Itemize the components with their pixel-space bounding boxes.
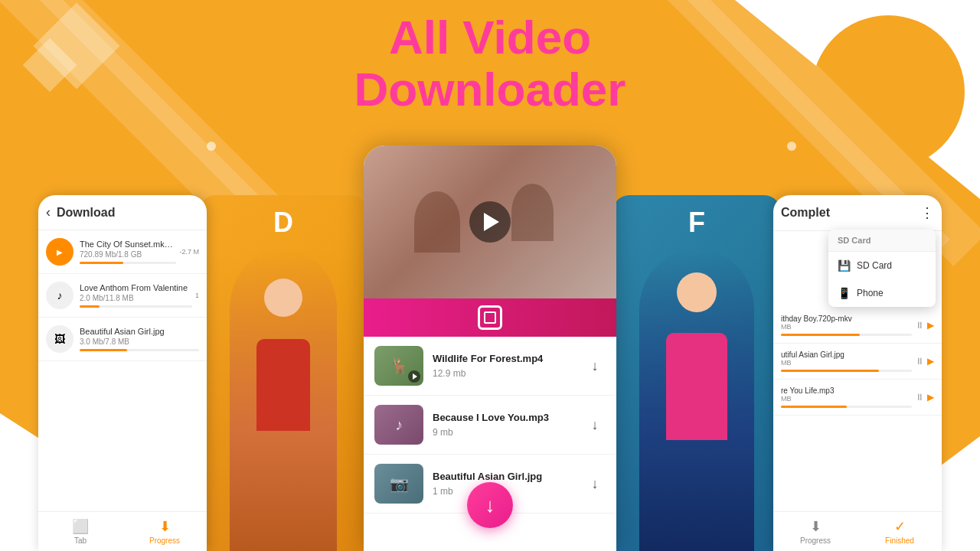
play-btn-1[interactable]: ▶ [927, 320, 934, 331]
right-finished-label: Finished [885, 536, 914, 545]
right-item-1-info: ithday Boy.720p-mkv MB [781, 315, 912, 336]
letter-d: D [273, 207, 293, 239]
completed-title: Complet [781, 206, 920, 220]
right-item-2-name: utiful Asian Girl.jpg [781, 350, 912, 359]
item-1-speed: -2.7 M [179, 248, 199, 256]
letter-f: F [688, 207, 705, 239]
phone-label: Phone [857, 288, 884, 298]
right-item-1-controls: ⏸ ▶ [915, 320, 934, 331]
center-item-3-name: Beautiful Asian Girl.jpg [433, 471, 584, 484]
right-item-2-info: utiful Asian Girl.jpg MB [781, 350, 912, 372]
nav-tab[interactable]: ⬜ Tab [38, 512, 122, 551]
item-3-size: 3.0 Mb/7.8 MB [80, 337, 199, 346]
progress-icon: ⬇ [159, 518, 171, 535]
item-3-progress-fill [80, 349, 127, 351]
panel-letter-d: D [199, 195, 368, 551]
right-item-1-size: MB [781, 323, 912, 331]
finished-icon: ✓ [894, 518, 906, 535]
download-item-1[interactable]: ▶ The City Of Sunset.mkv-1080p 720.89 Mb… [38, 230, 207, 274]
item-1-info: The City Of Sunset.mkv-1080p 720.89 Mb/1… [80, 240, 176, 264]
sd-card-icon: 💾 [838, 259, 851, 272]
item-2-size: 2.0 Mb/11.8 MB [80, 294, 192, 302]
phone-right-completed: Complet ⋮ SD Card 💾 SD Card 📱 Phone ithd… [773, 195, 942, 551]
center-item-2[interactable]: ♪ Because I Love You.mp3 9 mb ↓ [364, 396, 616, 455]
item-3-progress-bg [80, 349, 199, 351]
center-item-3-download[interactable]: ↓ [584, 473, 606, 494]
right-item-3-controls: ⏸ ▶ [915, 392, 934, 403]
small-play-icon [408, 370, 420, 383]
screens-container: ‹ Download ▶ The City Of Sunset.mkv-1080… [0, 145, 980, 551]
item-2-name: Love Anthom From Valentine [80, 283, 192, 292]
item-1-size: 720.89 Mb/1.8 GB [80, 250, 176, 259]
sd-card-option[interactable]: 💾 SD Card [828, 252, 936, 279]
item-2-progress-fill [80, 305, 100, 308]
right-item-2-progress-fill [781, 370, 879, 372]
pause-btn-1[interactable]: ⏸ [915, 320, 924, 331]
center-item-1[interactable]: 🦌 Wildlife For Forest.mp4 12.9 mb ↓ [364, 337, 616, 396]
center-item-2-size: 9 mb [433, 427, 584, 438]
center-item-2-download[interactable]: ↓ [584, 414, 606, 435]
pause-btn-2[interactable]: ⏸ [915, 356, 924, 367]
video-area [364, 145, 616, 298]
tab-icon: ⬜ [72, 518, 89, 535]
item-2-info: Love Anthom From Valentine 2.0 Mb/11.8 M… [80, 283, 192, 308]
center-item-1-download[interactable]: ↓ [584, 355, 606, 377]
video-placeholder [364, 145, 616, 298]
right-progress-icon: ⬇ [810, 518, 822, 535]
right-item-1-name: ithday Boy.720p-mkv [781, 315, 912, 323]
pink-url-bar[interactable] [364, 298, 616, 337]
download-item-2[interactable]: ♪ Love Anthom From Valentine 2.0 Mb/11.8… [38, 274, 207, 318]
floating-download-button[interactable]: ↓ [467, 482, 513, 528]
right-item-2-progress-bg [781, 370, 912, 372]
nav-progress-label: Progress [149, 536, 180, 545]
title-area: All Video Downloader [0, 11, 980, 116]
item-1-progress-bg [80, 262, 176, 264]
right-item-1[interactable]: ithday Boy.720p-mkv MB ⏸ ▶ [773, 308, 942, 344]
play-btn-3[interactable]: ▶ [927, 392, 934, 403]
sd-dropdown-header: SD Card [828, 230, 936, 252]
right-item-2-size: MB [781, 359, 912, 367]
right-item-3-progress-fill [781, 406, 847, 408]
item-1-name: The City Of Sunset.mkv-1080p [80, 240, 176, 249]
phone-center: 🦌 Wildlife For Forest.mp4 12.9 mb ↓ ♪ Be [364, 145, 616, 551]
sd-card-label: SD Card [857, 260, 892, 271]
music-thumb-icon: ♪ [395, 416, 403, 434]
right-item-3-info: re You Life.mp3 MB [781, 386, 912, 408]
music-icon: ♪ [46, 282, 74, 309]
item-2-progress-bg [80, 305, 192, 308]
completed-header: Complet ⋮ [773, 195, 942, 231]
nav-tab-label: Tab [74, 536, 87, 545]
download-title: Download [57, 206, 199, 220]
center-thumb-3: 📷 [374, 464, 423, 504]
panel-letter-f: F [612, 195, 781, 551]
phone-option[interactable]: 📱 Phone [828, 279, 936, 307]
play-triangle-icon [484, 213, 499, 231]
right-progress-label: Progress [800, 536, 831, 545]
right-item-2-controls: ⏸ ▶ [915, 356, 934, 367]
right-item-2[interactable]: utiful Asian Girl.jpg MB ⏸ ▶ [773, 344, 942, 380]
right-item-3-name: re You Life.mp3 [781, 386, 912, 395]
url-bar-icon [478, 305, 502, 330]
play-button[interactable] [469, 201, 511, 243]
center-item-1-info: Wildlife For Forest.mp4 12.9 mb [433, 353, 584, 379]
right-item-3[interactable]: re You Life.mp3 MB ⏸ ▶ [773, 380, 942, 416]
right-nav-finished[interactable]: ✓ Finished [858, 512, 942, 551]
center-item-2-name: Because I Love You.mp3 [433, 412, 584, 425]
right-item-3-size: MB [781, 395, 912, 403]
url-icon-inner [484, 311, 496, 324]
phone-left-download: ‹ Download ▶ The City Of Sunset.mkv-1080… [38, 195, 207, 551]
download-item-3[interactable]: 🖼 Beautiful Asian Girl.jpg 3.0 Mb/7.8 MB [38, 318, 207, 361]
back-button[interactable]: ‹ [46, 204, 51, 220]
center-item-2-info: Because I Love You.mp3 9 mb [433, 412, 584, 438]
center-item-1-name: Wildlife For Forest.mp4 [433, 353, 584, 366]
nav-progress[interactable]: ⬇ Progress [122, 512, 207, 551]
right-nav-progress[interactable]: ⬇ Progress [773, 512, 858, 551]
menu-dots-button[interactable]: ⋮ [920, 204, 934, 221]
image-icon: 🖼 [46, 325, 74, 353]
floating-download-icon: ↓ [485, 495, 495, 515]
item-1-progress-fill [80, 262, 123, 264]
right-bottom-nav: ⬇ Progress ✓ Finished [773, 511, 942, 551]
pause-btn-3[interactable]: ⏸ [915, 392, 924, 403]
play-btn-2[interactable]: ▶ [927, 356, 934, 367]
title-line1: All Video [0, 11, 980, 64]
